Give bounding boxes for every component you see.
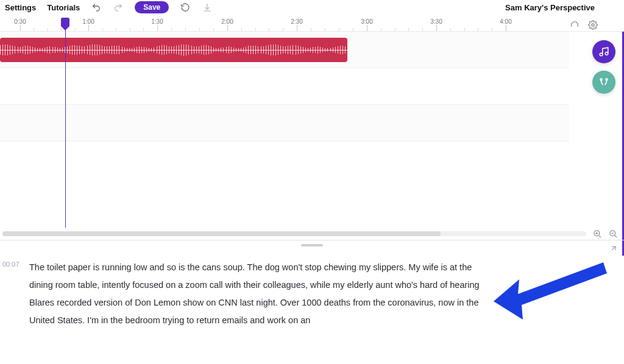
track-3[interactable] (0, 105, 569, 141)
zoom-out-icon[interactable] (608, 229, 618, 239)
horizontal-scroll-thumb[interactable] (2, 231, 441, 236)
settings-link[interactable]: Settings (5, 3, 36, 12)
ruler-label: 4:00 (500, 18, 511, 25)
download-icon[interactable] (202, 2, 213, 13)
track-1[interactable] (0, 32, 569, 68)
svg-line-10 (614, 235, 617, 237)
ruler-label: 0:30 (14, 18, 26, 25)
redo-icon[interactable] (113, 2, 124, 13)
revert-icon[interactable] (180, 2, 191, 13)
svg-point-4 (606, 79, 608, 80)
svg-line-6 (598, 235, 601, 237)
timeline-area[interactable] (0, 32, 624, 228)
ruler-label: 2:00 (221, 18, 233, 25)
audio-clip[interactable] (0, 38, 347, 62)
save-button[interactable]: Save (135, 1, 169, 13)
track-2[interactable] (0, 68, 569, 105)
transcript-text[interactable]: The toilet paper is running low and so i… (29, 259, 492, 329)
transcript-pane: 00:07 The toilet paper is running low an… (0, 240, 624, 364)
music-fab[interactable] (592, 40, 615, 63)
horizontal-scrollbar[interactable] (2, 231, 586, 236)
svg-point-0 (592, 24, 594, 26)
expand-icon[interactable] (609, 244, 618, 253)
svg-point-3 (600, 79, 602, 80)
timeline-ruler[interactable]: 0:301:001:302:002:303:003:304:00 (0, 18, 624, 32)
ruler-label: 2:30 (291, 18, 302, 25)
collaborators-fab[interactable] (592, 71, 615, 94)
ruler-label: 3:00 (361, 18, 372, 25)
undo-icon[interactable] (91, 2, 102, 13)
ruler-label: 3:30 (430, 18, 442, 25)
track-4[interactable] (0, 141, 569, 178)
project-title: Sam Kary's Perspective (505, 3, 595, 12)
svg-point-1 (600, 53, 603, 56)
playhead[interactable] (65, 18, 66, 228)
tracks-container (0, 32, 569, 228)
gear-icon[interactable] (587, 19, 598, 30)
tutorials-link[interactable]: Tutorials (47, 3, 80, 12)
ruler-label: 1:00 (82, 18, 94, 25)
horizontal-scroll-row (0, 228, 624, 240)
svg-point-2 (605, 52, 608, 55)
side-fabs (592, 40, 615, 94)
top-toolbar: Settings Tutorials Save Sam Kary's Persp… (0, 0, 624, 15)
ruler-label: 1:30 (151, 18, 163, 25)
ruler-right-icons (569, 19, 598, 30)
playhead-handle[interactable] (61, 18, 69, 26)
snap-icon[interactable] (569, 19, 580, 30)
pane-resize-handle[interactable] (301, 244, 323, 247)
transcript-timestamp[interactable]: 00:07 (2, 259, 22, 329)
zoom-in-icon[interactable] (592, 229, 602, 239)
